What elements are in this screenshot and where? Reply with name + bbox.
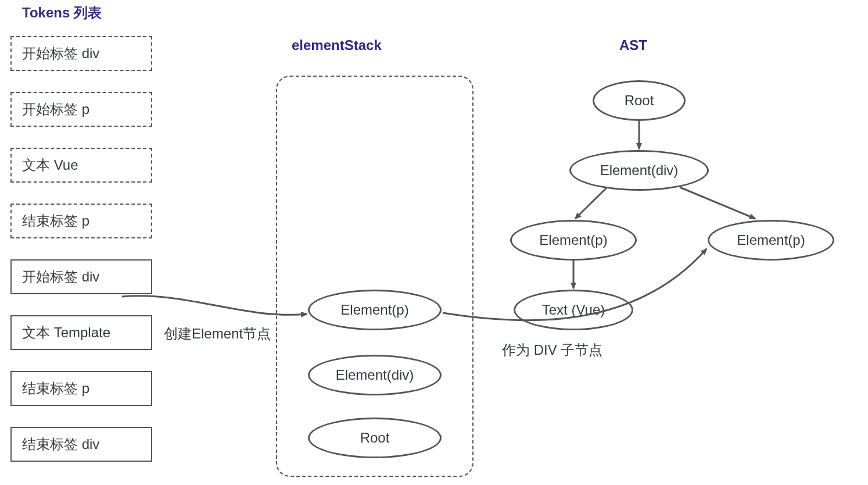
token-item: 结束标签 p	[10, 204, 152, 238]
ast-div: Element(div)	[569, 150, 709, 191]
token-item: 结束标签 p	[10, 371, 152, 406]
token-item: 开始标签 p	[10, 92, 152, 127]
token-item: 文本 Vue	[10, 148, 152, 183]
ast-p-left: Element(p)	[510, 220, 637, 261]
annotation-as-div-child: 作为 DIV 子节点	[502, 341, 602, 359]
ast-p-right: Element(p)	[708, 220, 834, 261]
stack-ellipse: Element(div)	[308, 355, 442, 395]
ast-root: Root	[593, 80, 686, 121]
stack-title: elementStack	[292, 37, 382, 54]
svg-line-1	[575, 187, 607, 219]
ast-title: AST	[619, 37, 647, 54]
token-item: 开始标签 div	[10, 36, 152, 71]
stack-ellipse-top: Element(p)	[308, 290, 442, 330]
tokens-title: Tokens 列表	[22, 3, 102, 22]
token-item-current: 开始标签 div	[10, 259, 152, 294]
element-stack-container	[276, 76, 474, 477]
stack-ellipse-bottom: Root	[308, 418, 442, 458]
svg-line-2	[680, 187, 755, 219]
ast-text: Text (Vue)	[514, 290, 633, 330]
token-item: 结束标签 div	[10, 427, 152, 462]
token-item: 文本 Template	[10, 315, 152, 350]
annotation-create-element: 创建Element节点	[164, 324, 271, 343]
